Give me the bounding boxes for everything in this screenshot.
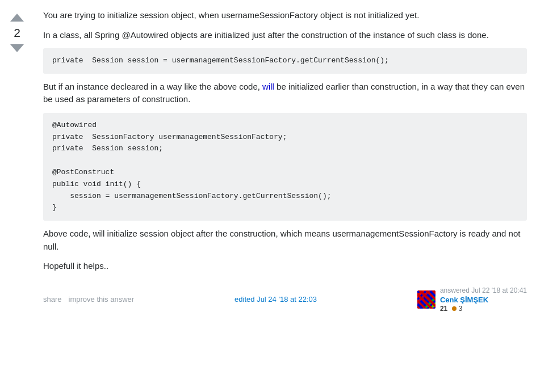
edited-link[interactable]: edited Jul 24 '18 at 22:03 [235,295,317,304]
p3-highlight: will [262,82,274,91]
answer-paragraph-2: In a class, all Spring @Autowired object… [43,29,527,42]
answer-body: You are trying to initialize session obj… [34,9,536,313]
user-card: answered Jul 22 '18 at 20:41 Cenk ŞİMŞEK… [417,286,527,313]
user-info: answered Jul 22 '18 at 20:41 Cenk ŞİMŞEK… [440,286,527,313]
share-link[interactable]: share [43,295,62,304]
edit-info: edited Jul 24 '18 at 22:03 [235,295,317,304]
answer-footer: share improve this answer edited Jul 24 … [43,282,527,313]
vote-count: 2 [14,26,20,40]
p3-prefix: But if an instance decleared in a way li… [43,82,262,91]
code-block-1: private Session session = usermanagement… [43,48,527,74]
upvote-arrow-icon [10,14,24,22]
rep-score: 21 [440,305,447,313]
bronze-badge-count: 3 [459,305,463,313]
answer-paragraph-5: Hopefull it helps.. [43,260,527,273]
vote-column: 2 [0,9,34,313]
answered-text: answered Jul 22 '18 at 20:41 [440,286,527,294]
footer-actions: share improve this answer [43,295,134,304]
user-reputation: 21 3 [440,304,527,313]
vote-down-button[interactable] [8,42,26,54]
user-name-link[interactable]: Cenk ŞİMŞEK [440,296,527,304]
improve-answer-link[interactable]: improve this answer [69,295,135,304]
code-block-2: @Autowired private SessionFactory userma… [43,113,527,221]
answer-paragraph-3: But if an instance decleared in a way li… [43,81,527,106]
answer-paragraph-1: You are trying to initialize session obj… [43,9,527,22]
bronze-badge-dot [452,306,457,311]
avatar [417,290,436,309]
answer-container: 2 You are trying to initialize session o… [0,0,536,322]
downvote-arrow-icon [10,44,24,52]
vote-up-button[interactable] [8,11,26,24]
answer-paragraph-4: Above code, will initialize session obje… [43,227,527,253]
avatar-pattern [417,290,436,309]
